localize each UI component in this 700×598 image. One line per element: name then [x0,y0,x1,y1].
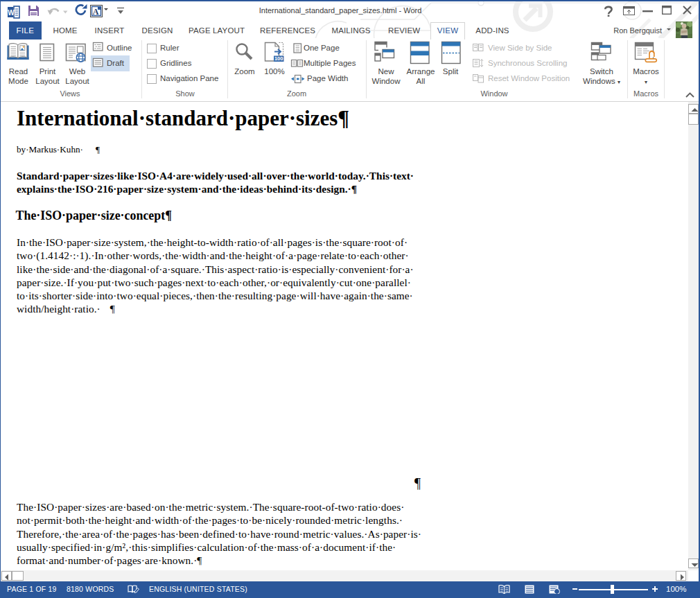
svg-text:W: W [8,9,15,17]
svg-text:100: 100 [274,55,283,62]
svg-text:A: A [93,7,99,17]
